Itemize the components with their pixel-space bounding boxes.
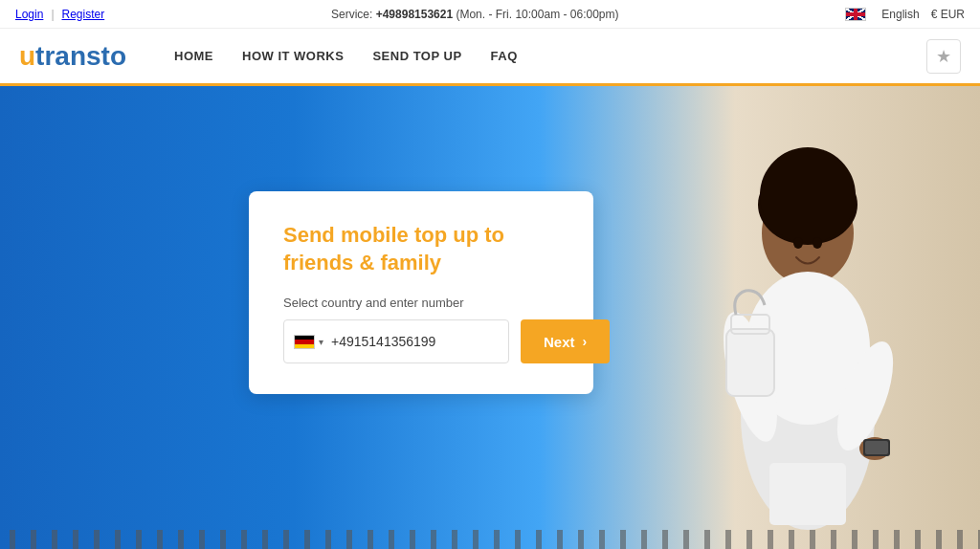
- nav-links: HOME HOW IT WORKS SEND TOP UP FAQ: [174, 49, 926, 63]
- next-button[interactable]: Next ›: [521, 319, 610, 363]
- language-label[interactable]: English: [881, 8, 919, 21]
- hero-dots-decoration: [0, 530, 980, 549]
- service-info: Service: +49898153621 (Mon. - Fri. 10:00…: [331, 8, 619, 21]
- nav-faq[interactable]: FAQ: [491, 49, 518, 63]
- svg-point-15: [813, 237, 822, 249]
- logo[interactable]: utransto: [19, 41, 126, 72]
- auth-links: Login | Register: [15, 8, 104, 21]
- navigation: utransto HOME HOW IT WORKS SEND TOP UP F…: [0, 29, 980, 86]
- logo-u: u: [19, 41, 35, 72]
- logo-transto: transto: [35, 41, 126, 72]
- country-dropdown-arrow[interactable]: ▾: [319, 337, 323, 347]
- hero-section: Send mobile top up to friends & family S…: [0, 86, 980, 549]
- next-label: Next: [544, 334, 575, 350]
- service-phone: +49898153621: [376, 8, 453, 21]
- nav-home[interactable]: HOME: [174, 49, 213, 63]
- country-flag-de: [294, 335, 315, 349]
- currency-label[interactable]: € EUR: [931, 8, 965, 21]
- hero-card: Send mobile top up to friends & family S…: [249, 191, 593, 394]
- locale-controls: English € EUR: [845, 8, 965, 21]
- svg-rect-12: [726, 329, 774, 396]
- login-link[interactable]: Login: [15, 8, 43, 21]
- svg-rect-10: [865, 441, 888, 454]
- svg-point-14: [793, 237, 803, 249]
- svg-rect-11: [769, 463, 846, 525]
- flag-uk-icon: [845, 8, 866, 21]
- top-bar: Login | Register Service: +49898153621 (…: [0, 0, 980, 29]
- card-title: Send mobile top up to friends & family: [283, 222, 559, 276]
- input-label: Select country and enter number: [283, 296, 559, 310]
- separator: |: [51, 8, 54, 21]
- service-hours: (Mon. - Fri. 10:00am - 06:00pm): [456, 8, 618, 21]
- favorites-button[interactable]: ★: [926, 39, 961, 74]
- phone-input-row: ▾ Next ›: [283, 319, 559, 363]
- service-label: Service:: [331, 8, 372, 21]
- phone-number-input[interactable]: [331, 334, 499, 349]
- nav-how-it-works[interactable]: HOW IT WORKS: [242, 49, 344, 63]
- phone-input-wrap[interactable]: ▾: [283, 319, 509, 363]
- hero-woman-image: [674, 109, 942, 530]
- register-link[interactable]: Register: [62, 8, 105, 21]
- next-arrow-icon: ›: [583, 334, 588, 349]
- nav-send-top-up[interactable]: SEND TOP UP: [372, 49, 461, 63]
- svg-point-3: [760, 147, 856, 243]
